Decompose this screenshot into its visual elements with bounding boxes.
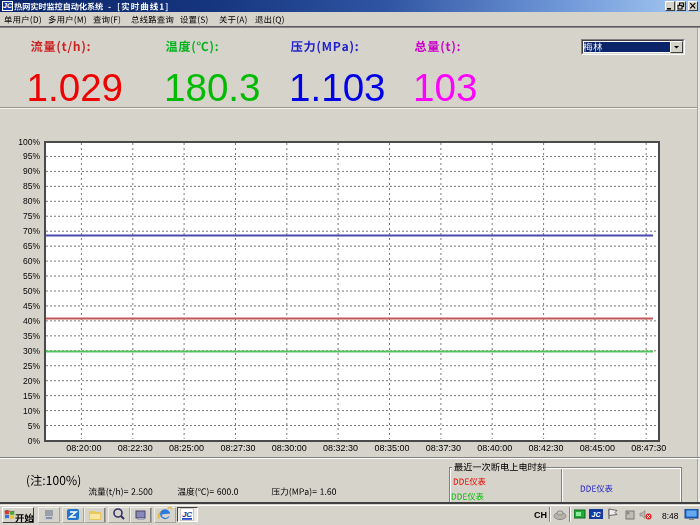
svg-text:JC: JC xyxy=(182,510,192,519)
svg-text:JC: JC xyxy=(592,511,602,518)
